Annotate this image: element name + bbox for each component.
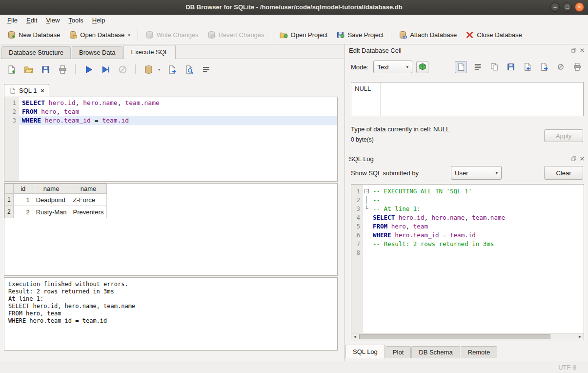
cell-editor[interactable]: NULL: [351, 82, 584, 116]
results-cell[interactable]: Preventers: [70, 206, 107, 218]
print-icon[interactable]: [57, 64, 68, 75]
results-table: idnamename11DeadpondZ-Force22Rusty-ManPr…: [4, 184, 107, 218]
editor-line: 2FROM hero, team: [4, 107, 337, 116]
float-panel-icon[interactable]: [571, 47, 577, 53]
fold-marker: [363, 249, 370, 257]
log-line: 5FROM hero, team: [351, 222, 584, 231]
export-to-database-icon[interactable]: [143, 64, 154, 75]
horizontal-scrollbar[interactable]: ◀ ▶: [351, 333, 584, 340]
toolbar-open-project[interactable]: Open Project: [275, 28, 332, 41]
encoding-indicator: UTF-8: [558, 364, 576, 371]
menu-view[interactable]: View: [41, 16, 64, 25]
scroll-right-icon[interactable]: ▶: [576, 333, 584, 340]
line-number: 7: [351, 240, 363, 249]
results-corner: [5, 184, 14, 194]
results-cell[interactable]: Rusty-Man: [33, 206, 70, 218]
window-title: DB Browser for SQLite - /home/user/code/…: [185, 3, 402, 11]
attach-database-icon: [399, 31, 407, 39]
table-row: 11DeadpondZ-Force: [5, 194, 107, 206]
minimize-icon[interactable]: –: [550, 2, 560, 12]
toolbar-separator: [391, 29, 391, 41]
execute-current-line-icon[interactable]: [100, 64, 111, 75]
sql-log-view[interactable]: ◀ ▶ 1-- EXECUTING ALL IN 'SQL 1'2│--3└--…: [351, 184, 584, 340]
toolbar-separator: [135, 64, 136, 74]
tab-sql-log[interactable]: SQL Log: [345, 345, 385, 358]
print-icon[interactable]: [571, 61, 583, 73]
word-wrap-icon[interactable]: [201, 64, 211, 75]
mode-select[interactable]: Text ▾: [373, 61, 412, 73]
new-tab-icon[interactable]: [6, 64, 17, 75]
new-database-icon: [7, 31, 16, 39]
results-cell[interactable]: Z-Force: [70, 194, 107, 206]
clear-button[interactable]: Clear: [544, 166, 583, 180]
cell-size-info: 0 byte(s): [351, 136, 374, 143]
log-line: 2│--: [351, 196, 584, 205]
tab-db-schema[interactable]: DB Schema: [411, 346, 460, 358]
toolbar-open-database[interactable]: Open Database▾: [64, 28, 135, 41]
execution-message: Execution finished without errors. Resul…: [4, 277, 338, 351]
tab-plot[interactable]: Plot: [385, 346, 411, 358]
toolbar-save-project[interactable]: Save Project: [332, 28, 388, 41]
main-toolbar: New DatabaseOpen Database▾Write ChangesR…: [0, 26, 588, 44]
execute-all-icon[interactable]: [83, 64, 94, 75]
menu-edit[interactable]: Edit: [22, 16, 41, 25]
fold-marker: [363, 213, 370, 222]
import-icon[interactable]: [521, 61, 533, 73]
toolbar-attach-database[interactable]: Attach Database: [394, 28, 461, 41]
menu-help[interactable]: Help: [88, 16, 110, 25]
export-icon[interactable]: [538, 61, 550, 73]
editor-line: 3WHERE hero.team_id = team.id: [4, 116, 337, 125]
toolbar-close-database[interactable]: Close Database: [461, 28, 527, 41]
close-tab-icon[interactable]: ×: [41, 87, 44, 94]
scrollbar-thumb[interactable]: [359, 334, 550, 339]
window-controls: – □ ×: [550, 2, 584, 12]
set-null-icon[interactable]: [554, 61, 567, 73]
results-cell[interactable]: Deadpond: [33, 194, 70, 206]
toolbar-new-database[interactable]: New Database: [3, 28, 64, 41]
word-wrap-icon[interactable]: [471, 61, 484, 73]
save-results-icon[interactable]: [166, 64, 177, 75]
log-line: 1-- EXECUTING ALL IN 'SQL 1': [351, 187, 584, 196]
open-project-icon: [280, 31, 288, 39]
toolbar-separator: [138, 29, 138, 41]
row-number[interactable]: 2: [5, 206, 14, 218]
results-cell[interactable]: 2: [13, 206, 33, 218]
dropdown-arrow-icon[interactable]: ▾: [158, 67, 160, 72]
menu-file[interactable]: File: [3, 16, 22, 25]
float-panel-icon[interactable]: [571, 156, 577, 162]
save-sql-file-icon[interactable]: [40, 64, 51, 75]
row-number[interactable]: 1: [5, 194, 14, 206]
copy-icon[interactable]: [488, 61, 500, 73]
tab-database-structure[interactable]: Database Structure: [1, 46, 71, 59]
dropdown-arrow-icon[interactable]: ▾: [128, 33, 130, 38]
scroll-left-icon[interactable]: ◀: [351, 333, 359, 340]
mode-row: Mode: Text ▾: [351, 60, 583, 74]
submitted-by-select[interactable]: User ▾: [451, 166, 502, 180]
tab-remote[interactable]: Remote: [461, 346, 498, 358]
save-as-icon[interactable]: [505, 61, 517, 73]
status-bar: UTF-8: [0, 361, 588, 373]
results-cell[interactable]: 1: [13, 194, 33, 206]
close-panel-icon[interactable]: [579, 156, 585, 162]
sql-file-tab[interactable]: SQL 1 ×: [4, 84, 49, 97]
sql-tab-label: SQL 1: [19, 87, 37, 94]
text-mode-icon[interactable]: [455, 61, 467, 73]
menu-tools[interactable]: Tools: [64, 16, 87, 25]
log-line: 3└-- At line 1:: [351, 205, 584, 213]
sql-log-controls: Show SQL submitted by User ▾ Clear: [351, 166, 583, 180]
fold-marker: │: [363, 196, 370, 205]
maximize-icon[interactable]: □: [563, 2, 572, 12]
close-panel-icon[interactable]: [579, 47, 585, 53]
close-icon[interactable]: ×: [575, 2, 584, 12]
apply-mode-icon[interactable]: [416, 61, 428, 73]
line-number: 4: [351, 213, 363, 222]
find-replace-icon[interactable]: [183, 64, 194, 75]
tab-execute-sql[interactable]: Execute SQL: [123, 45, 176, 59]
line-number: 3: [351, 205, 363, 213]
menu-bar: FileEditViewToolsHelp: [0, 15, 588, 26]
log-line: 6WHERE hero.team_id = team.id: [351, 231, 584, 240]
sql-editor[interactable]: 1SELECT hero.id, hero.name, team.name2FR…: [4, 97, 338, 182]
open-sql-file-icon[interactable]: [23, 64, 34, 75]
tab-browse-data[interactable]: Browse Data: [72, 46, 122, 59]
editor-line: 1SELECT hero.id, hero.name, team.name: [4, 99, 337, 107]
